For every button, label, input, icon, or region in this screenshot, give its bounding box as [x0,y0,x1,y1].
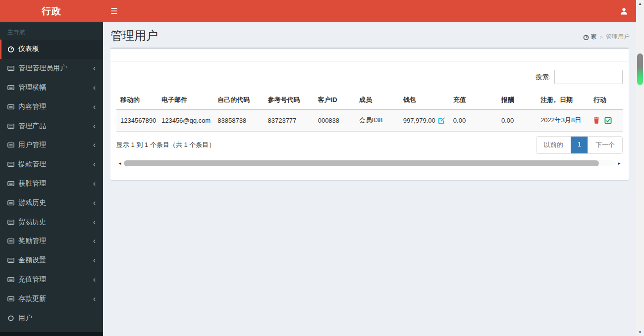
cell-wallet: 997,979.00 [399,109,449,132]
user-menu-button[interactable] [612,0,635,22]
sidebar-item-label: 贸易历史 [18,218,46,227]
column-header-customer-id[interactable]: 客户ID [314,91,355,109]
chevron-left-icon: ‹ [93,141,96,149]
pagination-previous-button[interactable]: 以前的 [537,137,571,153]
sidebar-item-content-management[interactable]: 内容管理 ‹ [0,97,103,116]
approve-user-icon[interactable] [604,117,612,124]
sidebar-item-reward-management[interactable]: 奖励管理 ‹ [0,232,103,251]
column-header-email[interactable]: 电子邮件 [158,91,214,109]
list-icon [7,257,18,264]
column-header-recharge[interactable]: 充值 [449,91,497,109]
chevron-left-icon: ‹ [93,256,96,264]
horizontal-scrollbar-track[interactable] [123,160,616,166]
vertical-scrollbar-thumb[interactable] [637,53,643,85]
horizontal-scrollbar: ◄ ► [116,160,623,167]
cell-customer-id: 000838 [314,109,355,132]
column-header-reward[interactable]: 报酬 [497,91,537,109]
dashboard-icon [7,46,18,52]
app-logo-text: 行政 [42,5,61,18]
user-icon [620,7,628,15]
chevron-left-icon: ‹ [93,218,96,226]
page-title: 管理用户 [110,28,629,44]
breadcrumb-current: 管理用户 [606,33,630,41]
list-icon [7,219,18,226]
list-icon [7,295,18,302]
cell-own-code: 83858738 [214,109,264,132]
breadcrumb-separator-icon: > [600,34,603,40]
sidebar-item-winning-management[interactable]: 获胜管理 ‹ [0,174,103,193]
sidebar-item-user-management[interactable]: 用户管理 ‹ [0,136,103,155]
table-footer-row: 显示 1 到 1 个条目（共 1 个条目） 以前的 1 下一个 [116,136,623,154]
sidebar-item-label: 用户 [18,314,32,323]
sidebar-item-withdrawal-management[interactable]: 提款管理 ‹ [0,155,103,174]
sidebar-item-manage-banners[interactable]: 管理横幅 ‹ [0,78,103,97]
sidebar-item-label: 游戏历史 [18,198,46,207]
list-icon [7,161,18,168]
users-box: 搜索: 移动的 电子邮件 自己的代码 参考号代码 客户ID 成员 [110,48,629,180]
table-filter-row: 搜索: [116,66,623,91]
scroll-left-icon[interactable]: ◄ [116,161,123,166]
cell-action [590,109,623,132]
sidebar-item-dashboard[interactable]: 仪表板 [0,40,103,59]
sidebar-item-deposit-update[interactable]: 存款更新 ‹ [0,289,103,308]
sidebar-item-label: 充值管理 [18,275,46,284]
dashboard-icon [583,34,589,40]
sidebar-item-label: 奖励管理 [18,237,46,245]
list-icon [7,142,18,148]
sidebar-item-trade-history[interactable]: 贸易历史 ‹ [0,212,103,232]
content-header: 管理用户 家 > 管理用户 [103,22,636,48]
cell-email: 123456@qq.com [158,109,214,132]
sidebar-item-recharge-management[interactable]: 充值管理 ‹ [0,270,103,289]
pagination-page-1-button[interactable]: 1 [571,137,588,153]
scroll-down-icon[interactable]: ▼ [636,330,644,335]
scroll-up-icon[interactable]: ▲ [636,1,644,6]
sidebar-item-label: 存款更新 [18,294,46,303]
box-body: 搜索: 移动的 电子邮件 自己的代码 参考号代码 客户ID 成员 [110,62,629,172]
sidebar: 行政 主导航 仪表板 管理管理员用户 ‹ 管理横幅 ‹ [0,0,103,336]
breadcrumb-home-link[interactable]: 家 [583,33,597,41]
column-header-reg-date[interactable]: 注册。日期 [537,91,590,109]
chevron-left-icon: ‹ [93,84,96,92]
column-header-ref-code[interactable]: 参考号代码 [264,91,314,109]
top-navbar: ☰ [103,0,636,22]
table-info-text: 显示 1 到 1 个条目（共 1 个条目） [116,141,215,149]
cell-recharge: 0.00 [449,109,497,132]
column-header-wallet[interactable]: 钱包 [399,91,449,109]
hamburger-icon: ☰ [110,6,117,16]
delete-user-icon[interactable] [593,117,599,124]
cell-ref-code: 83723777 [264,109,314,132]
vertical-scrollbar[interactable]: ▲ ▼ [636,0,644,336]
app-logo[interactable]: 行政 [0,0,103,22]
column-header-own-code[interactable]: 自己的代码 [214,91,264,109]
column-header-action[interactable]: 行动 [590,91,623,109]
chevron-left-icon: ‹ [93,295,96,303]
search-input[interactable] [554,70,623,84]
sidebar-footer-strip [0,332,103,336]
sidebar-item-manage-products[interactable]: 管理产品 ‹ [0,116,103,136]
sidebar-menu: 仪表板 管理管理员用户 ‹ 管理横幅 ‹ 内容管理 ‹ [0,40,103,328]
table-row: 1234567890 123456@qq.com 83858738 837237… [116,109,623,132]
column-header-mobile[interactable]: 移动的 [116,91,158,109]
edit-wallet-icon[interactable] [438,117,445,124]
chevron-left-icon: ‹ [93,122,96,130]
circle-icon [7,315,18,322]
horizontal-scrollbar-thumb[interactable] [124,160,599,166]
chevron-left-icon: ‹ [93,199,96,207]
sidebar-item-label: 管理产品 [18,122,46,131]
sidebar-item-label: 提款管理 [18,160,46,169]
sidebar-item-manage-admin-users[interactable]: 管理管理员用户 ‹ [0,59,103,78]
table-header-row: 移动的 电子邮件 自己的代码 参考号代码 客户ID 成员 钱包 充值 报酬 注册… [116,91,623,109]
sidebar-item-game-history[interactable]: 游戏历史 ‹ [0,193,103,212]
list-icon [7,276,18,283]
sidebar-toggle-button[interactable]: ☰ [103,0,125,22]
pagination-next-button[interactable]: 下一个 [588,137,622,153]
chevron-left-icon: ‹ [93,237,96,245]
column-header-member[interactable]: 成员 [355,91,399,109]
sidebar-item-amount-settings[interactable]: 金额设置 ‹ [0,251,103,270]
sidebar-item-users[interactable]: 用户 [0,308,103,328]
cell-mobile: 1234567890 [116,109,158,132]
sidebar-section-label: 主导航 [0,22,103,40]
scroll-right-icon[interactable]: ► [616,161,623,166]
users-table: 移动的 电子邮件 自己的代码 参考号代码 客户ID 成员 钱包 充值 报酬 注册… [116,91,623,132]
list-icon [7,199,18,206]
